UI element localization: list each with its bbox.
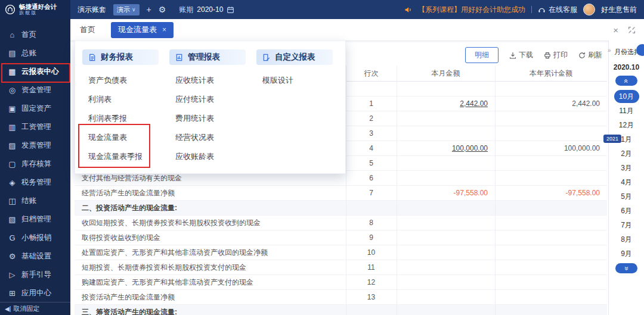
tab-cash-flow-active[interactable]: 现金流量表 × (111, 22, 174, 38)
tab-home[interactable]: 首页 (80, 24, 95, 35)
megamenu-item[interactable]: 资产负债表 (82, 71, 166, 90)
cell-year-amount: -97,558.00 (495, 189, 607, 197)
cell-line-no: 13 (346, 293, 397, 301)
sidebar-item-reimburse[interactable]: G小畅报销 (0, 229, 70, 247)
settings-button[interactable]: ⚙ (159, 5, 166, 14)
megamenu-item-list: 应收统计表应付统计表费用统计表经营状况表应收账龄表 (169, 71, 253, 166)
divider (531, 6, 532, 13)
avatar[interactable] (583, 4, 595, 15)
header-year-amount: 本年累计金额 (495, 68, 607, 79)
tab-close-icon[interactable]: × (162, 26, 166, 34)
sidebar-item-closing[interactable]: ◫结账 (0, 192, 70, 210)
megamenu-item[interactable]: 模版设计 (256, 71, 340, 90)
sidebar-item-label: 结账 (21, 196, 36, 206)
megamenu-item[interactable]: 利润表 (82, 90, 166, 109)
sidebar-item-label: 应用中心 (21, 288, 51, 298)
month-option[interactable]: 2月 (609, 146, 644, 161)
sidebar: ⌂首页▤总账▦云报表中心◎资金管理▣固定资产▥工资管理▨发票管理▢库存核算◈税务… (0, 19, 70, 315)
table-row: 三、筹资活动产生的现金流量: (75, 305, 607, 315)
column-divider (397, 66, 397, 315)
sidebar-item-inventory[interactable]: ▢库存核算 (0, 155, 70, 173)
expand-icon[interactable] (628, 26, 636, 34)
month-option[interactable]: 4月 (609, 175, 644, 189)
sidebar-item-settings[interactable]: ⚙基础设置 (0, 247, 70, 266)
guide-icon: ▷ (8, 270, 17, 279)
ledger-icon: ▤ (8, 49, 17, 58)
sidebar-item-fixed-assets[interactable]: ▣固定资产 (0, 99, 70, 118)
online-service-button[interactable]: 在线客服 (538, 5, 577, 15)
cell-month-amount: 2,442.00 (397, 99, 495, 108)
sidebar-item-tax[interactable]: ◈税务管理 (0, 173, 70, 192)
month-option[interactable]: 6月 (609, 204, 644, 218)
refresh-icon (578, 52, 586, 59)
sidebar-item-apps[interactable]: ⊞应用中心 (0, 284, 70, 302)
megamenu-item[interactable]: 应收账龄表 (169, 147, 253, 166)
megamenu-item[interactable]: 费用统计表 (169, 109, 253, 128)
month-option[interactable]: 3月 (609, 161, 644, 175)
floating-help-button[interactable] (636, 44, 644, 56)
plus-icon: + (147, 5, 151, 14)
sidebar-item-ledger[interactable]: ▤总账 (0, 44, 70, 63)
sidebar-item-salary[interactable]: ▥工资管理 (0, 118, 70, 136)
sidebar-item-label: 库存核算 (21, 159, 51, 169)
demo-mode-dropdown[interactable]: 演示 ∨ (113, 4, 140, 15)
month-option[interactable]: 11月 (609, 104, 644, 118)
month-option[interactable]: 10月 (614, 90, 639, 103)
sidebar-item-invoice[interactable]: ▨发票管理 (0, 136, 70, 155)
megamenu-item[interactable]: 利润表季报 (82, 109, 166, 128)
scroll-down-button[interactable]: « (615, 263, 637, 273)
month-amount-link[interactable]: 100,000.00 (452, 144, 488, 152)
sidebar-item-label: 固定资产 (21, 104, 51, 114)
megamenu-header-label: 管理报表 (188, 52, 220, 63)
calendar-icon[interactable] (227, 6, 234, 14)
cell-project: 处置固定资产、无形资产和其他非流动资产收回的现金净额 (75, 248, 346, 258)
megamenu-item[interactable]: 现金流量表季报 (82, 147, 166, 166)
month-option[interactable]: 12月 (609, 118, 644, 132)
sidebar-item-funds[interactable]: ◎资金管理 (0, 81, 70, 99)
close-all-tabs-icon[interactable]: × (613, 26, 618, 35)
unpin-label: 取消固定 (13, 304, 39, 313)
cell-project: 支付其他与经营活动有关的现金 (75, 173, 346, 183)
promo-banner[interactable]: 【系列课程】用好好会计助您成功 (418, 5, 525, 15)
scroll-up-button[interactable]: « (615, 76, 637, 86)
sidebar-item-label: 首页 (21, 30, 36, 40)
headset-icon (538, 6, 546, 14)
sidebar-item-label: 总账 (21, 48, 36, 58)
table-row: 短期投资、长期债券投资和长期股权投资支付的现金11 (75, 260, 607, 275)
month-option[interactable]: 5月 (609, 189, 644, 204)
add-account-button[interactable]: + (147, 5, 151, 14)
megamenu-item[interactable]: 应收统计表 (169, 71, 253, 90)
unpin-sidebar-button[interactable]: ◀| 取消固定 (0, 302, 70, 315)
cell-project: 二、投资活动产生的现金流量: (75, 203, 346, 213)
sidebar-item-home[interactable]: ⌂首页 (0, 26, 70, 44)
print-button[interactable]: 打印 (544, 50, 568, 60)
download-icon (509, 52, 516, 59)
username[interactable]: 好生意售前 (601, 5, 637, 15)
cell-year-amount: 100,000.00 (495, 144, 607, 152)
sidebar-item-archive[interactable]: ▧归档管理 (0, 210, 70, 229)
cell-project: 取得投资收益收到的现金 (75, 233, 346, 243)
download-label: 下载 (519, 50, 533, 60)
download-button[interactable]: 下载 (509, 50, 533, 60)
month-option[interactable]: 7月 (609, 218, 644, 232)
sidebar-item-cloud-report[interactable]: ▦云报表中心 (0, 63, 70, 81)
demo-tag-label: 演示 (117, 5, 130, 14)
megamenu-item[interactable]: 现金流量表 (82, 128, 166, 147)
sidebar-item-label: 基础设置 (21, 251, 51, 261)
sidebar-item-guide[interactable]: ▷新手引导 (0, 266, 70, 284)
refresh-button[interactable]: 刷新 (578, 50, 602, 60)
megamenu-header: 管理报表 (169, 49, 246, 65)
archive-icon: ▧ (8, 215, 17, 224)
logo-icon (5, 4, 16, 15)
refresh-label: 刷新 (588, 50, 602, 60)
detail-button[interactable]: 明细 (465, 47, 499, 63)
table-row: 二、投资活动产生的现金流量: (75, 201, 607, 216)
megamenu-item[interactable]: 应付统计表 (169, 90, 253, 109)
megamenu-item[interactable]: 经营状况表 (169, 128, 253, 147)
month-option[interactable]: 8月 (609, 232, 644, 247)
collapse-handle-icon[interactable]: » (608, 47, 611, 54)
month-amount-link[interactable]: 2,442.00 (460, 99, 488, 108)
month-option[interactable]: 9月 (609, 247, 644, 261)
report-toolbar: 明细 下载 打印 刷新 (465, 47, 602, 63)
megamenu-column-3: 自定义报表模版设计 (256, 49, 340, 90)
